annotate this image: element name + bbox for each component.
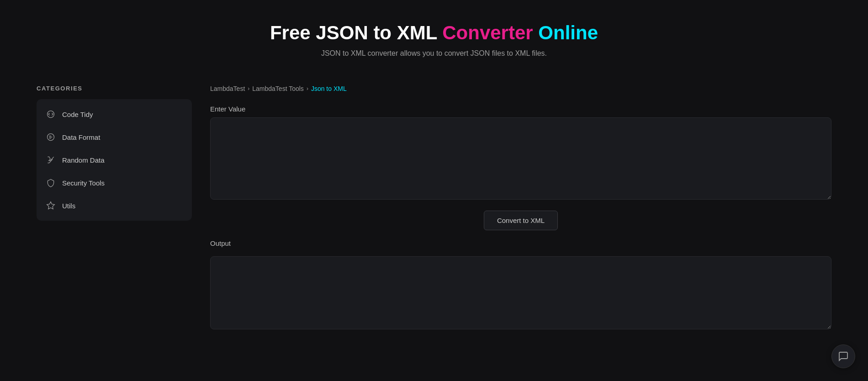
xml-output[interactable] — [210, 256, 831, 329]
chat-button[interactable] — [831, 344, 855, 368]
security-tools-icon — [46, 178, 56, 188]
sidebar-item-label-security-tools: Security Tools — [62, 179, 105, 187]
sidebar-item-data-format[interactable]: Data Format — [37, 126, 192, 148]
header: Free JSON to XML Converter Online JSON t… — [0, 0, 868, 76]
data-format-icon — [46, 132, 56, 142]
convert-row: Convert to XML — [210, 211, 831, 230]
utils-icon — [46, 201, 56, 211]
sidebar-item-code-tidy[interactable]: Code Tidy — [37, 103, 192, 126]
breadcrumb-sep-2: › — [307, 85, 308, 92]
sidebar-item-label-random-data: Random Data — [62, 156, 105, 164]
chat-icon — [838, 351, 849, 362]
title-highlight2: Online — [538, 22, 598, 43]
breadcrumb-sep-1: › — [248, 85, 249, 92]
categories-label: CATEGORIES — [37, 85, 192, 92]
sidebar-item-security-tools[interactable]: Security Tools — [37, 171, 192, 194]
json-input[interactable] — [210, 117, 831, 200]
sidebar-item-label-code-tidy: Code Tidy — [62, 111, 93, 118]
sidebar-item-random-data[interactable]: Random Data — [37, 148, 192, 171]
breadcrumb: LambdaTest › LambdaTest Tools › Json to … — [210, 85, 831, 92]
page-title: Free JSON to XML Converter Online — [9, 22, 859, 44]
convert-button[interactable]: Convert to XML — [484, 211, 558, 230]
code-tidy-icon — [46, 109, 56, 119]
sidebar-card: Code Tidy Data Format Random Data Securi… — [37, 99, 192, 221]
content-area: LambdaTest › LambdaTest Tools › Json to … — [210, 85, 831, 331]
sidebar: CATEGORIES Code Tidy Data Format Random … — [37, 85, 192, 331]
svg-marker-2 — [47, 202, 55, 209]
header-subtitle: JSON to XML converter allows you to conv… — [9, 49, 859, 58]
breadcrumb-current: Json to XML — [311, 85, 347, 92]
breadcrumb-lambdatest[interactable]: LambdaTest — [210, 85, 245, 92]
title-part1: Free JSON to XML — [270, 22, 437, 43]
random-data-icon — [46, 155, 56, 165]
title-highlight1: Converter — [442, 22, 533, 43]
sidebar-item-label-utils: Utils — [62, 202, 75, 210]
sidebar-item-utils[interactable]: Utils — [37, 194, 192, 217]
breadcrumb-tools[interactable]: LambdaTest Tools — [252, 85, 304, 92]
main-layout: CATEGORIES Code Tidy Data Format Random … — [0, 85, 868, 331]
sidebar-item-label-data-format: Data Format — [62, 133, 100, 141]
output-label: Output — [210, 239, 831, 247]
input-label: Enter Value — [210, 105, 831, 113]
